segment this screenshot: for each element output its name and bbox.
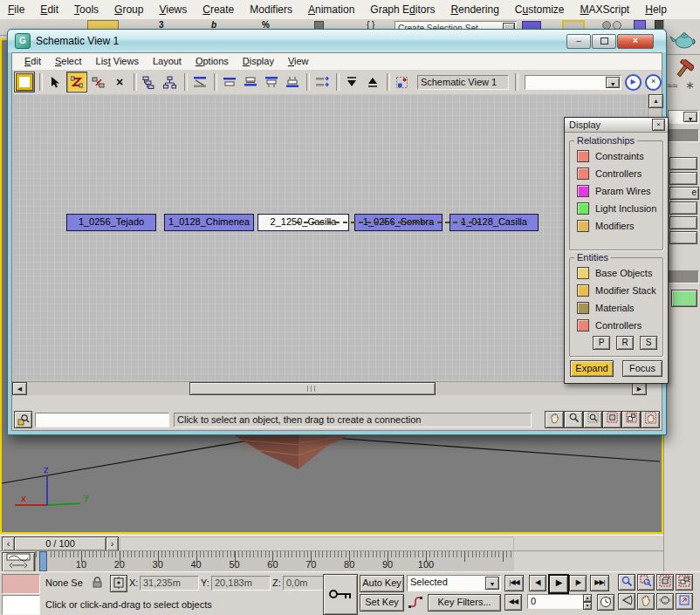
delete-bookmark-button[interactable]: × (645, 74, 662, 91)
controllers-color-swatch[interactable] (577, 167, 589, 180)
floater-close-icon[interactable]: × (652, 119, 665, 131)
maxscript-mini-listener-white[interactable] (2, 595, 40, 615)
spinner-down-icon[interactable]: ▼ (583, 602, 592, 610)
connect-tool[interactable] (66, 72, 87, 92)
light-inclusion-color-swatch[interactable] (577, 202, 589, 215)
set-keys-button[interactable] (323, 574, 358, 615)
panel-button[interactable] (669, 231, 697, 244)
go-to-end-button[interactable]: ▶▶| (590, 575, 609, 591)
zoom-all-button[interactable] (637, 574, 655, 591)
panel-dropdown[interactable] (668, 110, 699, 124)
menu-views[interactable]: Views (151, 0, 195, 19)
toggle-entity-controllers[interactable]: Controllers (570, 317, 662, 334)
align-top-icon[interactable] (262, 72, 281, 92)
dropdown-arrow-icon[interactable] (683, 112, 697, 122)
frame-spinner[interactable]: ▲ ▼ (583, 594, 592, 609)
menu-graph-editors[interactable]: Graph Editors (362, 0, 443, 19)
reference-mode-icon[interactable] (161, 72, 180, 92)
scale-button[interactable]: S (640, 336, 657, 350)
entity-controllers-color-swatch[interactable] (577, 319, 589, 331)
waves-icon[interactable]: ≈≈ (667, 80, 677, 91)
sv-zoom-button[interactable] (564, 411, 583, 428)
select-tool-icon[interactable] (45, 72, 65, 92)
base-objects-color-swatch[interactable] (577, 267, 589, 279)
zoom-button[interactable] (618, 574, 635, 591)
scroll-left-icon[interactable] (12, 382, 27, 395)
scroll-up-icon[interactable] (649, 94, 663, 108)
rotation-button[interactable]: R (616, 336, 634, 350)
current-frame-field[interactable]: 0 (527, 594, 588, 609)
menu-file[interactable]: File (0, 0, 32, 19)
key-mode-dropdown[interactable]: Selected (407, 575, 501, 591)
create-teapot-icon[interactable] (668, 28, 697, 52)
canvas-horizontal-scrollbar[interactable] (12, 381, 647, 395)
align-left-icon[interactable] (220, 72, 239, 92)
menu-edit[interactable]: Edit (32, 0, 66, 19)
timeline-ruler[interactable]: 0102030405060708090100 (35, 551, 514, 572)
sv-menu-list-views[interactable]: List Views (89, 53, 146, 70)
orbit-button[interactable] (656, 593, 674, 610)
spinner-up-icon[interactable]: ▲ (583, 594, 592, 602)
time-slider-next-button[interactable] (106, 536, 119, 551)
toggle-param-wires[interactable]: Param Wires (570, 182, 662, 200)
sv-pan-button[interactable] (545, 411, 564, 428)
next-frame-button[interactable]: |▶ (569, 575, 587, 591)
materials-color-swatch[interactable] (577, 302, 589, 314)
sv-menu-layout[interactable]: Layout (146, 53, 189, 70)
set-key-button[interactable]: Set Key (360, 594, 404, 612)
field-of-view-button[interactable] (618, 593, 635, 610)
scroll-right-icon[interactable] (632, 382, 647, 395)
preferences-icon[interactable] (393, 72, 412, 92)
panel-button[interactable] (669, 202, 697, 215)
auto-key-button[interactable]: Auto Key (360, 575, 404, 592)
menu-create[interactable]: Create (195, 0, 242, 19)
zoom-extents-all-button[interactable] (676, 574, 693, 591)
sv-menu-options[interactable]: Options (189, 53, 236, 70)
pan-view-button[interactable] (637, 593, 655, 610)
position-button[interactable]: P (593, 336, 610, 350)
panel-button[interactable] (669, 172, 697, 185)
gear-icon[interactable]: ∗ (685, 79, 695, 92)
constraints-color-swatch[interactable] (577, 150, 589, 162)
scrollbar-thumb[interactable] (189, 382, 436, 395)
close-button[interactable] (617, 34, 654, 49)
minimize-button[interactable] (566, 34, 591, 49)
sv-pan-selected-button[interactable] (641, 411, 660, 428)
maxscript-mini-listener-pink[interactable] (2, 574, 40, 594)
dropdown-arrow-icon[interactable] (485, 577, 499, 590)
sv-menu-display[interactable]: Display (236, 53, 281, 70)
sv-zoom-extents-button[interactable] (602, 411, 621, 428)
modifier-stack-color-swatch[interactable] (577, 284, 589, 297)
maximize-button[interactable] (592, 34, 616, 49)
schematic-node[interactable]: 1_0256_Tejado (66, 214, 156, 231)
toggle-modifier-stack[interactable]: Modifier Stack (570, 282, 662, 299)
schematic-canvas[interactable]: 1_0256_Tejado 1_0128_Chimenea 2_1250_Cas… (12, 94, 647, 382)
find-field[interactable] (35, 413, 169, 427)
play-button[interactable]: ▶ (548, 574, 569, 594)
expand-button[interactable]: Expand (570, 360, 614, 377)
menu-customize[interactable]: Customize (507, 0, 573, 19)
maximize-viewport-toggle[interactable] (676, 593, 693, 610)
display-floater[interactable]: Display × Relationships Constraints Cont… (564, 117, 669, 384)
coord-y-field[interactable]: 20,183m (211, 576, 271, 591)
unlink-tool-icon[interactable] (89, 72, 108, 92)
sv-menu-edit[interactable]: Edit (17, 53, 48, 70)
hierarchy-mode-icon[interactable] (140, 72, 159, 92)
panel-button[interactable] (669, 216, 697, 229)
modifiers-color-swatch[interactable] (577, 220, 589, 232)
find-button[interactable] (14, 411, 32, 428)
default-tangent-icon[interactable] (407, 594, 423, 610)
floater-title-bar[interactable]: Display × (565, 118, 668, 133)
schematic-node[interactable]: 1_0128_Chimenea (164, 214, 254, 231)
selection-lock-icon[interactable] (91, 576, 105, 590)
go-to-start-button[interactable]: |◀◀ (504, 575, 524, 591)
key-mode-toggle[interactable]: ◀◀ (504, 594, 522, 611)
sv-menu-select[interactable]: Select (48, 53, 89, 70)
zoom-extents-button[interactable] (656, 574, 674, 591)
material-color-swatch[interactable] (671, 290, 697, 307)
current-frame-slider[interactable] (39, 551, 47, 571)
toggle-modifiers[interactable]: Modifiers (570, 217, 662, 235)
align-bottom-icon[interactable] (283, 72, 302, 92)
toggle-controllers[interactable]: Controllers (570, 165, 662, 182)
bookmark-dropdown[interactable] (525, 75, 621, 90)
